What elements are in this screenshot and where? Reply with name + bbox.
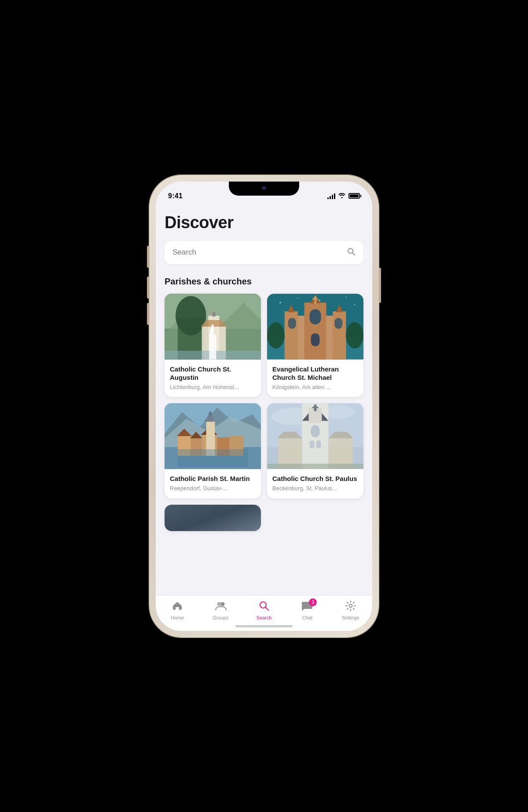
svg-point-18 bbox=[319, 299, 320, 301]
church-card-2[interactable]: Evangelical Lutheran Church St. Michael … bbox=[267, 294, 363, 397]
home-indicator bbox=[235, 625, 293, 627]
tab-chat[interactable]: 1 Chat bbox=[286, 600, 329, 620]
card-address-3: Reependorf, Gustav-... bbox=[170, 485, 256, 492]
svg-rect-29 bbox=[313, 298, 318, 299]
tab-chat-label: Chat bbox=[302, 615, 312, 620]
cards-grid-row1: Catholic Church St. Augustin Lichtenburg… bbox=[165, 294, 363, 397]
status-time: 9:41 bbox=[168, 192, 183, 200]
card-image-4 bbox=[267, 403, 363, 469]
chat-icon-container: 1 bbox=[301, 600, 313, 613]
cards-grid-row2: Catholic Parish St. Martin Reependorf, G… bbox=[165, 403, 363, 498]
tab-settings[interactable]: Settings bbox=[329, 600, 372, 620]
tab-groups-label: Groups bbox=[213, 615, 229, 620]
church-card-1[interactable]: Catholic Church St. Augustin Lichtenburg… bbox=[165, 294, 261, 397]
svg-rect-30 bbox=[310, 309, 321, 324]
notch bbox=[229, 182, 299, 196]
svg-point-35 bbox=[346, 322, 363, 349]
svg-rect-13 bbox=[165, 350, 261, 359]
card-info-4: Catholic Church St. Paulus Beckenburg, S… bbox=[267, 469, 363, 498]
battery-icon bbox=[348, 193, 360, 199]
svg-point-17 bbox=[297, 298, 298, 299]
signal-icon bbox=[327, 193, 335, 199]
svg-rect-32 bbox=[334, 318, 342, 329]
svg-rect-28 bbox=[315, 296, 316, 304]
wifi-icon bbox=[338, 192, 346, 200]
tab-settings-label: Settings bbox=[342, 615, 359, 620]
svg-rect-66 bbox=[316, 441, 321, 448]
phone-frame: 9:41 bbox=[150, 175, 378, 637]
svg-rect-11 bbox=[213, 312, 216, 317]
card-image-2 bbox=[267, 294, 363, 360]
tab-search[interactable]: Search bbox=[242, 600, 286, 620]
svg-point-73 bbox=[220, 602, 224, 606]
svg-point-76 bbox=[349, 604, 352, 607]
tab-search-label: Search bbox=[257, 615, 272, 620]
battery-fill bbox=[350, 194, 359, 197]
signal-bar-4 bbox=[334, 193, 335, 199]
card-name-2: Evangelical Lutheran Church St. Michael bbox=[272, 365, 358, 382]
screen-content: Discover Parishes & churches bbox=[156, 204, 372, 631]
scroll-area[interactable]: Discover Parishes & churches bbox=[156, 204, 372, 595]
card-image-3 bbox=[165, 403, 261, 469]
svg-rect-31 bbox=[288, 318, 296, 329]
tab-home[interactable]: Home bbox=[156, 600, 199, 620]
cards-grid-partial bbox=[165, 505, 363, 531]
church-card-3[interactable]: Catholic Parish St. Martin Reependorf, G… bbox=[165, 403, 261, 498]
section-title: Parishes & churches bbox=[165, 277, 363, 287]
svg-point-19 bbox=[345, 297, 346, 298]
page-title: Discover bbox=[165, 213, 363, 232]
search-tab-icon bbox=[258, 600, 270, 613]
settings-icon bbox=[345, 600, 356, 613]
tab-home-label: Home bbox=[171, 615, 184, 620]
card-name-3: Catholic Parish St. Martin bbox=[170, 474, 256, 483]
status-icons bbox=[327, 192, 360, 200]
card-info-1: Catholic Church St. Augustin Lichtenburg… bbox=[165, 360, 261, 397]
svg-rect-52 bbox=[209, 413, 213, 414]
svg-point-34 bbox=[267, 322, 285, 349]
svg-line-1 bbox=[352, 253, 355, 255]
card-address-4: Beckenburg, St. Paulus... bbox=[272, 485, 358, 492]
groups-icon bbox=[215, 600, 227, 613]
card-image-1 bbox=[165, 294, 261, 360]
signal-bar-2 bbox=[330, 196, 331, 199]
card-image-partial bbox=[165, 505, 261, 531]
svg-line-75 bbox=[266, 607, 269, 610]
phone-wrapper: 9:41 bbox=[150, 175, 378, 637]
chat-badge: 1 bbox=[309, 598, 317, 606]
svg-rect-64 bbox=[311, 426, 320, 438]
svg-rect-33 bbox=[311, 333, 320, 346]
search-bar[interactable] bbox=[165, 241, 363, 264]
signal-bar-1 bbox=[327, 197, 329, 199]
tab-groups[interactable]: Groups bbox=[199, 600, 242, 620]
svg-rect-63 bbox=[312, 407, 319, 408]
svg-rect-53 bbox=[178, 449, 248, 467]
card-name-1: Catholic Church St. Augustin bbox=[170, 365, 256, 382]
card-info-2: Evangelical Lutheran Church St. Michael … bbox=[267, 360, 363, 397]
svg-rect-71 bbox=[267, 464, 363, 469]
front-camera bbox=[261, 186, 267, 191]
card-info-3: Catholic Parish St. Martin Reependorf, G… bbox=[165, 469, 261, 498]
svg-point-16 bbox=[279, 302, 281, 303]
svg-point-20 bbox=[354, 304, 355, 305]
church-card-partial-1[interactable] bbox=[165, 505, 261, 531]
card-address-2: Königstein, Am alten ... bbox=[272, 384, 358, 391]
card-partial-spacer bbox=[267, 505, 363, 531]
svg-rect-65 bbox=[310, 441, 315, 448]
card-address-1: Lichtenburg, Am Hohenst... bbox=[170, 384, 256, 391]
search-input[interactable] bbox=[172, 248, 342, 257]
svg-point-72 bbox=[217, 602, 221, 606]
svg-point-6 bbox=[176, 296, 206, 335]
phone-screen: 9:41 bbox=[156, 182, 372, 631]
signal-bar-3 bbox=[332, 195, 333, 199]
card-name-4: Catholic Church St. Paulus bbox=[272, 474, 358, 483]
home-icon bbox=[172, 600, 183, 613]
search-magnifier-icon bbox=[347, 247, 356, 258]
church-card-4[interactable]: Catholic Church St. Paulus Beckenburg, S… bbox=[267, 403, 363, 498]
